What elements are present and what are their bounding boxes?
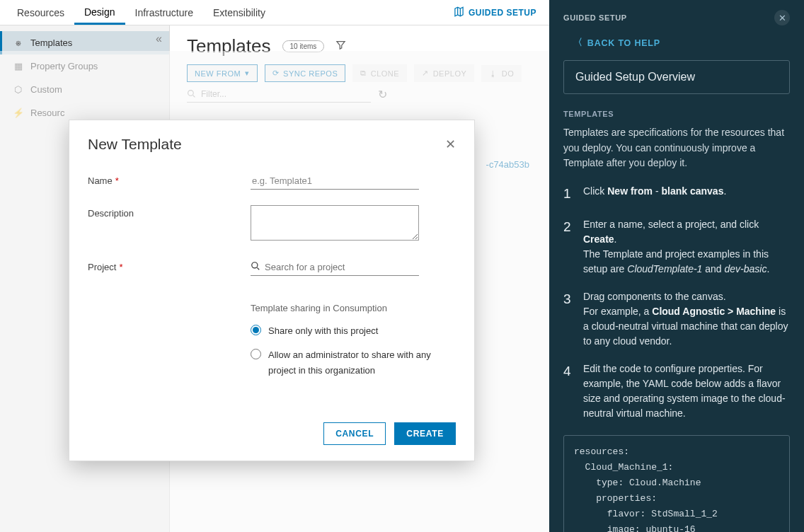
step-number: 1	[563, 184, 573, 204]
help-step-2: 2 Enter a name, select a project, and cl…	[563, 217, 790, 277]
new-template-modal: New Template ✕ Name* Description Project…	[69, 120, 474, 461]
close-icon[interactable]: ✕	[445, 137, 456, 152]
name-input[interactable]	[251, 173, 419, 190]
tab-extensibility[interactable]: Extensibility	[203, 1, 275, 23]
close-icon[interactable]: ✕	[774, 10, 790, 25]
help-intro: Templates are specifications for the res…	[563, 125, 790, 171]
step-number: 4	[563, 362, 573, 421]
sharing-section-label: Template sharing in Consumption	[251, 303, 456, 313]
radio-share-admin[interactable]	[251, 349, 261, 359]
templates-icon: ⎈	[13, 37, 23, 48]
radio-share-admin-label: Allow an administrator to share with any…	[268, 347, 431, 378]
search-icon	[251, 261, 260, 274]
top-tabs: Resources Design Infrastructure Extensib…	[0, 0, 549, 25]
help-heading: GUIDED SETUP	[563, 13, 627, 22]
svg-point-1	[252, 262, 258, 268]
guided-setup-label: GUIDED SETUP	[469, 8, 536, 18]
description-input[interactable]	[251, 205, 419, 241]
tab-infrastructure[interactable]: Infrastructure	[125, 1, 203, 23]
back-to-help-label: BACK TO HELP	[587, 38, 660, 48]
help-step-3: 3 Drag components to the canvas. For exa…	[563, 289, 790, 349]
create-button[interactable]: CREATE	[394, 422, 456, 445]
step-number: 3	[563, 289, 573, 349]
name-label: Name*	[88, 173, 251, 186]
collapse-sidebar-icon[interactable]: «	[156, 33, 162, 45]
project-label: Project*	[88, 259, 251, 272]
help-section-label: TEMPLATES	[563, 110, 790, 118]
modal-title: New Template	[88, 136, 182, 153]
map-icon	[454, 6, 464, 19]
project-input[interactable]	[251, 259, 419, 276]
tab-resources[interactable]: Resources	[7, 1, 74, 23]
guided-setup-overview-button[interactable]: Guided Setup Overview	[563, 60, 790, 94]
help-step-1: 1 Click New from - blank canvas.	[563, 184, 790, 204]
cancel-button[interactable]: CANCEL	[323, 422, 386, 445]
guided-setup-panel: GUIDED SETUP ✕ 〈 BACK TO HELP Guided Set…	[549, 0, 804, 532]
description-label: Description	[88, 205, 251, 219]
back-to-help-link[interactable]: 〈 BACK TO HELP	[573, 37, 790, 49]
radio-share-project-only-label: Share only with this project	[268, 323, 378, 339]
sidebar-item-label: Templates	[30, 37, 72, 48]
radio-share-project-only[interactable]	[251, 325, 261, 335]
tab-design[interactable]: Design	[74, 1, 125, 25]
step-number: 2	[563, 217, 573, 277]
guided-setup-link[interactable]: GUIDED SETUP	[454, 6, 542, 19]
chevron-left-icon: 〈	[573, 37, 583, 49]
yaml-code-sample: resources: Cloud_Machine_1: type: Cloud.…	[563, 435, 790, 532]
help-step-4: 4 Edit the code to configure properties.…	[563, 362, 790, 421]
